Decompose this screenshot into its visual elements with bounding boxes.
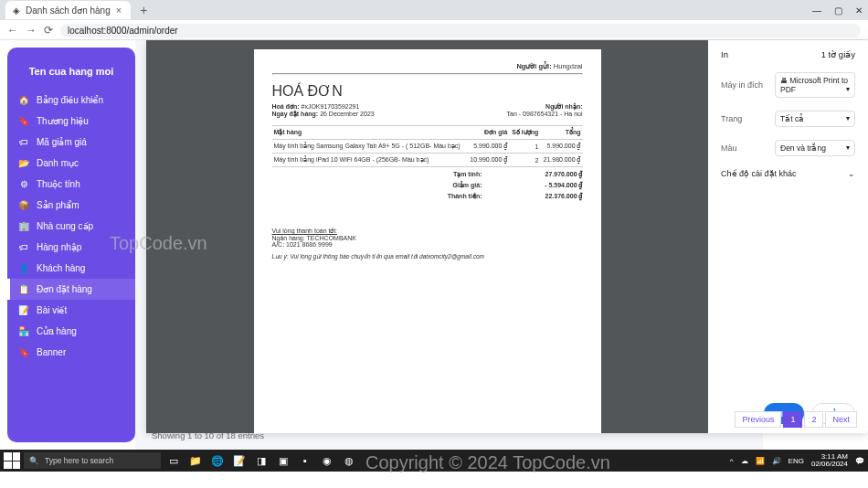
sidebar-item-7[interactable]: 🏷Hàng nhập	[7, 237, 135, 258]
sidebar-item-8[interactable]: 👤Khách hàng	[7, 258, 135, 279]
destination-select[interactable]: 🖶 Microsoft Print to PDF	[775, 72, 855, 98]
nav-label: Sản phẩm	[37, 200, 79, 210]
print-preview-pane: Người gửi: Hungdzai HOÁ ĐƠN Hoá đơn: #xJ…	[146, 40, 708, 433]
nav-label: Thương hiệu	[37, 116, 89, 126]
tray-lang-icon[interactable]: ENG	[789, 457, 804, 465]
tray-wifi-icon[interactable]: 📶	[756, 457, 765, 465]
app2-icon[interactable]: ◉	[318, 452, 336, 469]
nav-icon: 🏷	[18, 137, 29, 147]
nav-label: Khách hàng	[37, 263, 85, 273]
sidebar-item-11[interactable]: 🏪Cửa hàng	[7, 321, 135, 342]
nav-icon: 🏪	[18, 326, 29, 336]
print-page-count: 1 tờ giấy	[821, 49, 855, 59]
tab-title: Danh sách đơn hàng	[26, 5, 111, 16]
nav-label: Bảng điều khiển	[37, 95, 103, 105]
print-dialog: Người gửi: Hungdzai HOÁ ĐƠN Hoá đơn: #xJ…	[146, 40, 868, 433]
task-view-icon[interactable]: ▭	[164, 452, 183, 469]
terminal-icon[interactable]: ▪	[296, 452, 314, 469]
back-button[interactable]: ←	[7, 24, 18, 37]
sidebar-item-9[interactable]: 📋Đơn đặt hàng	[7, 279, 135, 300]
nav-label: Bài viết	[37, 305, 67, 315]
nav-label: Hàng nhập	[37, 242, 81, 252]
nav-icon: 🏠	[18, 95, 29, 105]
windows-taskbar: 🔍 Type here to search ▭ 📁 🌐 📝 ◨ ▣ ▪ ◉ ◍ …	[0, 450, 868, 472]
page-1-button[interactable]: 1	[783, 411, 802, 428]
next-page-button[interactable]: Next	[825, 411, 857, 428]
table-row: Máy tính bảng iPad 10 WiFi 64GB - (256GB…	[272, 154, 583, 167]
nav-label: Đơn đặt hàng	[37, 284, 92, 294]
sidebar-item-10[interactable]: 📝Bài viết	[7, 300, 135, 321]
nav-icon: 📂	[18, 158, 29, 168]
table-row: Máy tính bảng Samsung Galaxy Tab A9+ 5G …	[272, 140, 583, 154]
xampp-icon[interactable]: ◍	[340, 452, 358, 469]
sidebar-item-1[interactable]: 🔖Thương hiệu	[7, 111, 135, 132]
page-2-button[interactable]: 2	[804, 411, 823, 428]
pages-select[interactable]: Tất cả	[775, 111, 855, 127]
print-header: In	[721, 49, 728, 59]
close-window-button[interactable]: ✕	[855, 5, 863, 16]
explorer-icon[interactable]: 📁	[186, 452, 205, 469]
address-bar[interactable]: localhost:8000/admin/order	[60, 24, 861, 37]
sidebar-item-2[interactable]: 🏷Mã giảm giá	[7, 132, 135, 153]
nav-label: Banner	[37, 347, 66, 357]
nav-icon: 📦	[18, 200, 29, 210]
nav-label: Nhà cung cấp	[37, 221, 93, 231]
admin-sidebar: Ten cua hang moi 🏠Bảng điều khiển🔖Thương…	[7, 48, 135, 442]
more-settings-toggle[interactable]: Chế độ cài đặt khác	[721, 169, 855, 178]
maximize-button[interactable]: ▢	[834, 5, 842, 16]
nav-icon: 📋	[18, 284, 29, 294]
forward-button[interactable]: →	[26, 24, 37, 37]
minimize-button[interactable]: —	[812, 5, 821, 16]
browser-tab[interactable]: ◈ Danh sách đơn hàng ×	[5, 1, 131, 19]
invoice-table: Mặt hàng Đơn giá Số lượng Tổng Máy tính …	[272, 125, 583, 167]
pagination: Previous 1 2 Next	[735, 411, 857, 428]
nav-icon: 🏷	[18, 242, 29, 252]
new-tab-button[interactable]: +	[140, 3, 147, 17]
tray-cloud-icon[interactable]: ☁	[741, 457, 748, 465]
store-name: Ten cua hang moi	[7, 58, 135, 90]
color-label: Màu	[721, 143, 737, 153]
tray-chevron-icon[interactable]: ^	[730, 457, 734, 465]
search-icon: 🔍	[29, 456, 39, 465]
system-clock[interactable]: 3:11 AM 02/06/2024	[811, 453, 848, 468]
window-controls: — ▢ ✕	[812, 5, 863, 16]
sidebar-item-6[interactable]: 🏢Nhà cung cấp	[7, 216, 135, 237]
destination-label: Máy in đích	[721, 80, 763, 90]
sidebar-item-5[interactable]: 📦Sản phẩm	[7, 195, 135, 216]
browser-chrome: ◈ Danh sách đơn hàng × + — ▢ ✕ ← → ⟳ loc…	[0, 0, 868, 40]
nav-label: Danh mục	[37, 158, 79, 168]
nav-icon: 🏢	[18, 221, 29, 231]
app-icon[interactable]: ▣	[274, 452, 292, 469]
nav-label: Mã giảm giá	[37, 137, 87, 147]
chrome-icon[interactable]: 🌐	[208, 452, 227, 469]
start-button[interactable]	[4, 452, 20, 469]
invoice-page: Người gửi: Hungdzai HOÁ ĐƠN Hoá đơn: #xJ…	[254, 49, 601, 433]
nav-icon: 👤	[18, 263, 29, 273]
close-icon[interactable]: ×	[116, 5, 122, 16]
print-options-panel: In 1 tờ giấy Máy in đích 🖶 Microsoft Pri…	[708, 40, 868, 433]
reload-button[interactable]: ⟳	[44, 24, 53, 37]
sidebar-item-12[interactable]: 🔖Banner	[7, 342, 135, 363]
vscode-icon[interactable]: ◨	[252, 452, 270, 469]
taskbar-search[interactable]: 🔍 Type here to search	[24, 452, 161, 469]
nav-icon: 📝	[18, 305, 29, 315]
notepad-icon[interactable]: 📝	[230, 452, 249, 469]
tab-favicon: ◈	[13, 5, 20, 16]
prev-page-button[interactable]: Previous	[735, 411, 781, 428]
sidebar-item-0[interactable]: 🏠Bảng điều khiển	[7, 90, 135, 111]
tray-sound-icon[interactable]: 🔊	[772, 457, 781, 465]
color-select[interactable]: Đen và trắng	[775, 140, 855, 156]
nav-label: Thuộc tính	[37, 179, 80, 189]
nav-icon: 🔖	[18, 347, 29, 357]
nav-icon: 🔖	[18, 116, 29, 126]
nav-icon: ⚙	[18, 179, 29, 189]
nav-label: Cửa hàng	[37, 326, 77, 336]
pages-label: Trang	[721, 114, 742, 123]
sidebar-item-4[interactable]: ⚙Thuộc tính	[7, 174, 135, 195]
notifications-icon[interactable]: 💬	[855, 457, 864, 465]
sidebar-item-3[interactable]: 📂Danh mục	[7, 153, 135, 174]
invoice-title: HOÁ ĐƠN	[272, 82, 583, 100]
